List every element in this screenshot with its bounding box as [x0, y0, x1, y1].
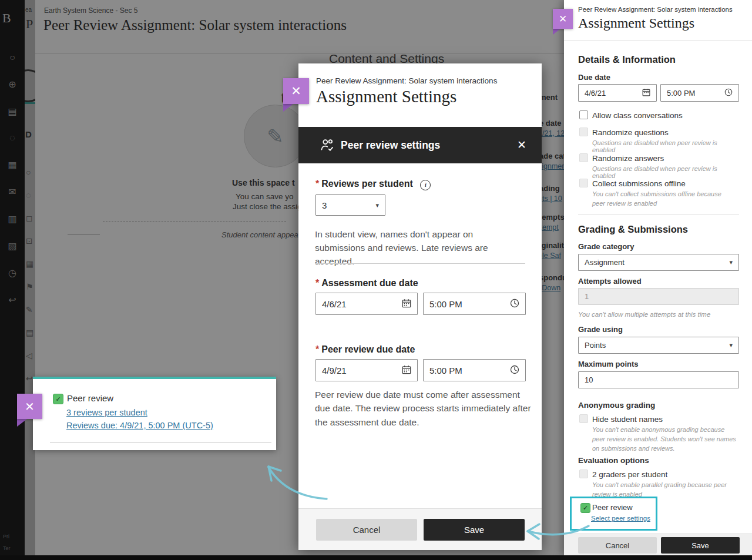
hide-names-checkbox — [579, 414, 588, 423]
check-icon: ✓ — [55, 395, 61, 403]
close-icon: ✕ — [25, 400, 35, 414]
attempts-hint: You can't allow multiple attempts at thi… — [578, 311, 737, 318]
grade-category-select[interactable]: Assignment▾ — [578, 254, 739, 271]
hide-names-hint: You can't enable anonymous grading becau… — [592, 425, 739, 454]
max-points-label: Maximum points — [578, 360, 639, 368]
bar-title: Peer review settings — [341, 139, 440, 152]
section-divider — [578, 214, 739, 214]
peer-date-input[interactable]: 4/9/21 — [315, 359, 418, 381]
peer-review-label: Peer review — [67, 393, 113, 403]
collect-offline-hint: You can't collect submissions offline be… — [592, 190, 730, 209]
select-peer-settings-link[interactable]: Select peer settings — [591, 515, 650, 522]
randomize-questions-hint: Questions are disabled when peer review … — [592, 139, 739, 153]
clock-icon — [510, 299, 519, 310]
cancel-button[interactable]: Cancel — [316, 519, 417, 541]
attempts-input: 1 — [578, 288, 739, 305]
info-icon[interactable]: i — [420, 180, 431, 190]
randomize-questions-label: Randomize questions — [592, 128, 669, 137]
card-divider — [50, 442, 271, 443]
due-date-input[interactable]: 4/6/21 — [578, 84, 657, 102]
save-button[interactable]: Save — [661, 537, 740, 554]
modal-divider — [315, 263, 525, 264]
clock-icon — [724, 88, 733, 98]
peer-review-due-date-label: *Peer review due date — [315, 344, 415, 355]
reviews-per-student-link[interactable]: 3 reviews per student — [66, 408, 147, 417]
reviews-per-student-label: *Reviews per student i — [315, 179, 431, 190]
grade-category-label: Grade category — [578, 242, 634, 251]
peer-review-icon — [320, 138, 335, 155]
reviews-help-text: In student view, names don't appear on s… — [315, 228, 524, 269]
due-date-label: Due date — [578, 73, 610, 82]
calendar-icon — [642, 88, 650, 98]
collect-offline-label: Collect submissions offline — [592, 179, 686, 188]
chevron-down-icon: ▾ — [729, 341, 733, 349]
peer-help-text: Peer review due date must come after ass… — [315, 388, 531, 429]
modal-breadcrumb: Peer Review Assignment: Solar system int… — [316, 76, 497, 85]
modal-title: Assignment Settings — [316, 87, 456, 106]
peer-review-checkbox[interactable]: ✓ — [53, 394, 63, 404]
calendar-icon — [402, 365, 411, 376]
clock-icon — [510, 365, 519, 376]
details-heading: Details & Information — [578, 54, 676, 65]
close-modal-notch — [283, 104, 293, 112]
peer-review-label: Peer review — [592, 503, 633, 512]
max-points-input[interactable]: 10 — [578, 371, 739, 388]
close-card-notch — [17, 419, 27, 427]
panel-divider — [564, 41, 752, 41]
grading-heading: Grading & Submissions — [578, 224, 688, 235]
close-modal-button[interactable]: ✕ — [283, 78, 309, 104]
collect-offline-checkbox — [579, 179, 588, 187]
assessment-due-date-label: *Assessment due date — [315, 278, 418, 289]
panel-breadcrumb: Peer Review Assignment: Solar system int… — [578, 6, 733, 13]
bottom-bar — [0, 555, 752, 560]
grade-using-label: Grade using — [578, 325, 623, 334]
required-asterisk: * — [315, 344, 319, 354]
panel-title: Assignment Settings — [578, 15, 694, 31]
screen: B ○⊕▤◌▦✉▥▧◷↩ Pri Ter ea P D ○◌◻⊡▦⚑✎▤◁↩◉ … — [0, 0, 752, 560]
attempts-label: Attempts allowed — [578, 277, 642, 286]
required-asterisk: * — [315, 278, 319, 288]
modal-footer: Cancel Save — [298, 508, 542, 550]
two-graders-label: 2 graders per student — [592, 470, 667, 479]
close-panel-button[interactable]: ✕ — [553, 9, 573, 29]
randomize-questions-checkbox — [579, 128, 588, 136]
anonymous-heading: Anonymous grading — [578, 401, 655, 410]
check-icon: ✓ — [583, 504, 588, 512]
reviews-due-link[interactable]: Reviews due: 4/9/21, 5:00 PM (UTC-5) — [66, 421, 213, 430]
evaluation-heading: Evaluation options — [578, 456, 649, 465]
close-panel-notch — [553, 29, 560, 35]
assessment-date-input[interactable]: 4/6/21 — [315, 293, 418, 315]
assessment-time-input[interactable]: 5:00 PM — [423, 293, 526, 315]
close-card-button[interactable]: ✕ — [17, 394, 42, 419]
allow-conversations-label: Allow class conversations — [592, 111, 683, 120]
required-asterisk: * — [315, 179, 319, 189]
chevron-down-icon: ▾ — [729, 259, 733, 266]
close-icon: ✕ — [559, 13, 567, 25]
chevron-down-icon: ▾ — [375, 202, 379, 209]
two-graders-checkbox — [579, 470, 588, 478]
reviews-per-student-select[interactable]: 3▾ — [315, 195, 385, 216]
randomize-answers-checkbox — [579, 153, 588, 162]
assignment-settings-panel: Peer Review Assignment: Solar system int… — [564, 0, 752, 555]
peer-review-checkbox[interactable]: ✓ — [580, 503, 590, 513]
grade-using-select[interactable]: Points▾ — [578, 337, 739, 354]
peer-review-settings-bar: Peer review settings ✕ — [298, 127, 542, 163]
panel-footer: Cancel Save — [564, 534, 752, 556]
randomize-answers-label: Randomize answers — [592, 154, 664, 163]
cancel-button[interactable]: Cancel — [578, 537, 657, 554]
peer-time-input[interactable]: 5:00 PM — [423, 359, 526, 381]
randomize-answers-hint: Questions are disabled when peer review … — [592, 165, 739, 179]
calendar-icon — [402, 299, 411, 310]
peer-review-highlight-box — [570, 497, 657, 531]
assignment-settings-modal: Peer Review Assignment: Solar system int… — [298, 63, 542, 549]
close-icon: ✕ — [291, 84, 301, 98]
hide-names-label: Hide student names — [592, 415, 663, 424]
allow-conversations-checkbox[interactable] — [579, 110, 588, 119]
peer-review-summary-card: ✓ Peer review 3 reviews per student Revi… — [33, 377, 276, 450]
save-button[interactable]: Save — [424, 519, 525, 541]
close-peer-settings-icon[interactable]: ✕ — [517, 138, 526, 152]
due-time-input[interactable]: 5:00 PM — [660, 84, 739, 102]
